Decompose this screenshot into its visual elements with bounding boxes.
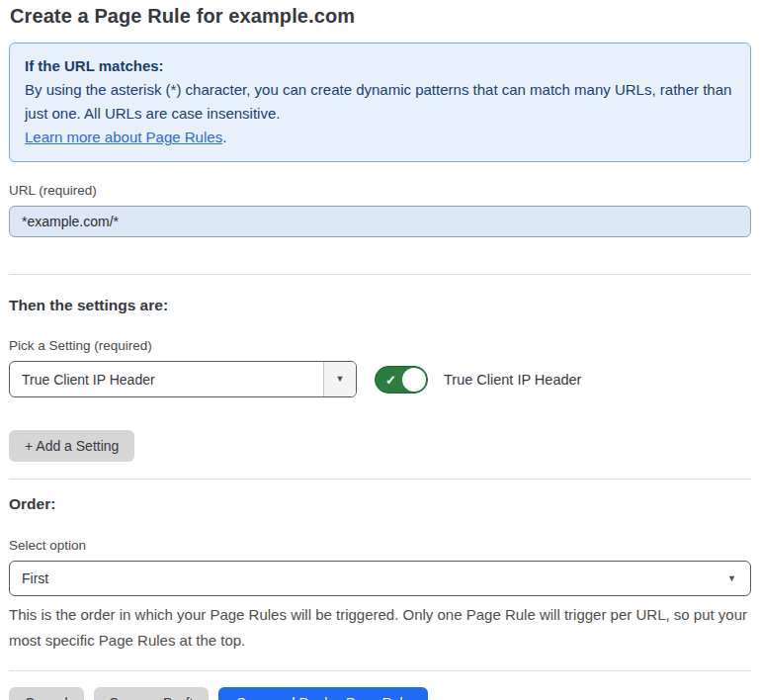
- save-and-deploy-button[interactable]: Save and Deploy Page Rule: [218, 687, 428, 700]
- chevron-down-icon: ▼: [336, 375, 345, 384]
- select-option-label: Select option: [9, 538, 751, 553]
- link-period: .: [222, 129, 226, 145]
- order-section: Order: Select option First ▼ This is the…: [9, 495, 751, 654]
- setting-row: True Client IP Header ▼ ✓ True Client IP…: [9, 361, 751, 397]
- settings-heading: Then the settings are:: [9, 297, 751, 314]
- page-title: Create a Page Rule for example.com: [9, 5, 751, 28]
- check-icon: ✓: [385, 373, 396, 386]
- footer-actions: Cancel Save as Draft Save and Deploy Pag…: [9, 687, 751, 700]
- true-client-ip-toggle[interactable]: ✓: [375, 366, 428, 394]
- order-dropdown[interactable]: First ▼: [9, 561, 751, 596]
- settings-section: Then the settings are: Pick a Setting (r…: [9, 297, 751, 462]
- info-box-body: By using the asterisk (*) character, you…: [25, 78, 735, 126]
- info-box-link-line: Learn more about Page Rules.: [25, 126, 735, 149]
- url-field-label: URL (required): [9, 183, 751, 198]
- order-selected-value: First: [22, 570, 48, 586]
- url-input[interactable]: [9, 206, 751, 237]
- url-section: URL (required): [9, 183, 751, 237]
- info-box-heading: If the URL matches:: [25, 54, 735, 78]
- pick-setting-dropdown-button[interactable]: ▼: [323, 362, 356, 396]
- toggle-knob: [402, 368, 426, 392]
- divider: [9, 274, 751, 275]
- order-heading: Order:: [9, 495, 751, 513]
- cancel-button[interactable]: Cancel: [9, 687, 84, 700]
- pick-setting-label: Pick a Setting (required): [9, 338, 751, 353]
- save-as-draft-button[interactable]: Save as Draft: [94, 687, 210, 700]
- toggle-label: True Client IP Header: [444, 372, 581, 388]
- add-setting-button[interactable]: + Add a Setting: [9, 430, 134, 462]
- order-help-text: This is the order in which your Page Rul…: [9, 602, 751, 654]
- divider: [9, 670, 751, 671]
- pick-setting-dropdown[interactable]: True Client IP Header ▼: [9, 361, 357, 397]
- chevron-down-icon: ▼: [727, 574, 736, 583]
- pick-setting-selected-value: True Client IP Header: [10, 362, 323, 396]
- create-page-rule-form: Create a Page Rule for example.com If th…: [0, 0, 760, 700]
- url-match-info-box: If the URL matches: By using the asteris…: [9, 43, 751, 162]
- learn-more-link[interactable]: Learn more about Page Rules: [25, 129, 222, 145]
- divider: [9, 479, 751, 480]
- setting-toggle-group: ✓ True Client IP Header: [375, 366, 581, 394]
